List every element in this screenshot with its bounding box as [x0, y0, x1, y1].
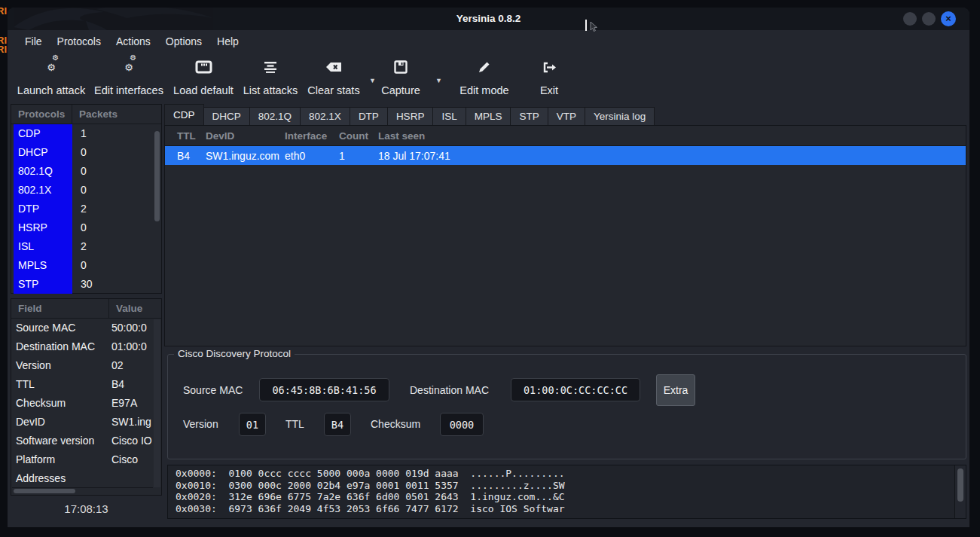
hexdump-line: 0x0020: 312e 696e 6775 7a2e 636f 6d00 05… — [176, 491, 966, 503]
cdp-form-frame: Cisco Discovery Protocol Source MAC Dest… — [167, 354, 966, 459]
launch-attack-button[interactable]: ⚙⚙ Launch attack — [14, 56, 89, 96]
tab-stp[interactable]: STP — [510, 107, 548, 125]
version-label: Version — [183, 413, 218, 435]
list-attacks-button[interactable]: List attacks — [238, 56, 303, 96]
menu-protocols[interactable]: Protocols — [57, 35, 101, 47]
protocols-packets-panel: Protocols Packets CDP 1 DHCP 0 802.1Q 0 … — [11, 104, 162, 294]
col-header-last-seen[interactable]: Last seen — [378, 130, 966, 142]
ttl-input[interactable] — [324, 413, 351, 436]
tab-cdp[interactable]: CDP — [164, 104, 204, 125]
destination-mac-label: Destination MAC — [410, 379, 489, 401]
tab-yersinia-log[interactable]: Yersinia log — [585, 107, 655, 125]
tab-isl[interactable]: ISL — [432, 107, 466, 125]
hexdump-scrollbar[interactable] — [954, 465, 966, 518]
scrollbar-thumb[interactable] — [957, 468, 963, 502]
col-header-packets[interactable]: Packets — [72, 105, 118, 124]
field-row-platform[interactable]: Platform Cisco — [11, 450, 161, 469]
field-row-checksum[interactable]: Checksum E97A — [11, 394, 161, 413]
protocols-scrollbar[interactable] — [154, 125, 160, 292]
desktop-text-fragment: RI — [0, 6, 8, 16]
load-default-button[interactable]: Load default — [167, 56, 240, 96]
protocol-row-8021x[interactable]: 802.1X 0 — [11, 181, 161, 200]
col-header-protocols[interactable]: Protocols — [11, 105, 72, 124]
col-header-devid[interactable]: DevID — [206, 130, 285, 142]
protocols-table-header[interactable]: Protocols Packets — [11, 105, 161, 124]
ttl-label: TTL — [285, 413, 304, 435]
clear-stats-dropdown-arrow[interactable]: ▼ — [369, 77, 376, 84]
field-row-addresses[interactable]: Addresses — [11, 469, 161, 488]
field-row-ttl[interactable]: TTL B4 — [11, 375, 161, 394]
packet-row-selected[interactable]: B4 SW1.inguz.com eth0 1 18 Jul 17:07:41 — [165, 146, 966, 165]
tab-vtp[interactable]: VTP — [548, 107, 585, 125]
checksum-input[interactable] — [440, 413, 484, 436]
protocol-row-stp[interactable]: STP 30 — [11, 275, 161, 294]
menubar: File Protocols Actions Options Help — [8, 30, 969, 53]
menu-actions[interactable]: Actions — [116, 35, 151, 47]
protocol-row-cdp[interactable]: CDP 1 — [11, 124, 161, 143]
clear-backspace-icon — [326, 59, 342, 75]
fields-h-scrollbar[interactable] — [12, 487, 153, 494]
col-header-count[interactable]: Count — [339, 130, 378, 142]
field-row-software-version[interactable]: Software version Cisco IO — [11, 432, 161, 450]
col-header-value[interactable]: Value — [109, 299, 142, 318]
minimize-button[interactable] — [903, 12, 917, 26]
version-input[interactable] — [239, 413, 266, 436]
network-port-icon — [195, 59, 212, 75]
fields-table-header[interactable]: Field Value — [11, 299, 161, 319]
capture-button[interactable]: Capture — [380, 56, 422, 96]
list-icon — [264, 59, 277, 75]
protocol-row-8021q[interactable]: 802.1Q 0 — [11, 162, 161, 181]
field-row-version[interactable]: Version 02 — [11, 356, 161, 375]
protocol-row-hsrp[interactable]: HSRP 0 — [11, 218, 161, 237]
capture-dropdown-arrow[interactable]: ▼ — [435, 77, 442, 84]
menu-help[interactable]: Help — [217, 35, 239, 47]
hexdump-text: 0x0000: 0100 0ccc cccc 5000 000a 0000 01… — [168, 465, 966, 514]
menu-file[interactable]: File — [25, 35, 42, 47]
hexdump-line: 0x0030: 6973 636f 2049 4f53 2053 6f66 74… — [176, 503, 966, 515]
protocol-row-mpls[interactable]: MPLS 0 — [11, 256, 161, 275]
field-row-devid[interactable]: DevID SW1.ing — [11, 413, 161, 432]
edit-mode-button[interactable]: Edit mode — [455, 56, 514, 96]
field-row-destination-mac[interactable]: Destination MAC 01:00:0 — [11, 337, 161, 356]
hexdump-panel[interactable]: 0x0000: 0100 0ccc cccc 5000 000a 0000 01… — [167, 465, 966, 519]
tab-8021q[interactable]: 802.1Q — [249, 107, 301, 125]
tab-mpls[interactable]: MPLS — [466, 107, 511, 125]
gears-icon: ⚙⚙ — [47, 59, 56, 75]
window-title: Yersinia 0.8.2 — [8, 8, 969, 30]
edit-interfaces-button[interactable]: ⚙⚙ Edit interfaces — [91, 56, 166, 96]
tab-hsrp[interactable]: HSRP — [387, 107, 434, 125]
pencil-icon — [478, 59, 491, 75]
scrollbar-thumb[interactable] — [14, 489, 75, 493]
exit-icon — [542, 59, 557, 75]
destination-mac-input[interactable] — [511, 378, 640, 401]
fields-v-scrollbar[interactable] — [154, 319, 160, 487]
extra-button[interactable]: Extra — [656, 374, 695, 406]
maximize-button[interactable] — [922, 12, 936, 26]
clear-stats-button[interactable]: Clear stats — [303, 56, 365, 96]
close-button[interactable]: × — [941, 11, 956, 26]
field-row-source-mac[interactable]: Source MAC 50:00:0 — [11, 319, 161, 337]
text-cursor — [585, 20, 587, 31]
toolbar: ⚙⚙ Launch attack ⚙⚙ Edit interfaces Load… — [8, 53, 969, 99]
source-mac-input[interactable] — [259, 378, 389, 401]
source-mac-label: Source MAC — [183, 379, 243, 401]
hexdump-line: 0x0010: 0300 000c 2000 02b4 e97a 0001 00… — [176, 480, 966, 492]
col-header-ttl[interactable]: TTL — [177, 130, 206, 142]
exit-button[interactable]: Exit — [530, 56, 568, 96]
tab-8021x[interactable]: 802.1X — [300, 107, 350, 125]
menu-options[interactable]: Options — [166, 35, 202, 47]
protocol-row-dhcp[interactable]: DHCP 0 — [11, 143, 161, 162]
status-clock: 17:08:13 — [11, 497, 162, 521]
tab-dhcp[interactable]: DHCP — [203, 107, 250, 125]
scrollbar-thumb[interactable] — [154, 131, 160, 221]
mouse-pointer — [590, 22, 598, 32]
col-header-field[interactable]: Field — [11, 299, 109, 318]
protocol-row-dtp[interactable]: DTP 2 — [11, 200, 161, 218]
tab-dtp[interactable]: DTP — [350, 107, 388, 125]
titlebar[interactable]: Yersinia 0.8.2 × — [8, 8, 969, 30]
packets-table-header[interactable]: TTL DevID Interface Count Last seen — [165, 126, 966, 146]
col-header-interface[interactable]: Interface — [285, 130, 339, 142]
field-value-panel: Field Value Source MAC 50:00:0 Destinati… — [11, 298, 162, 496]
protocol-row-isl[interactable]: ISL 2 — [11, 237, 161, 256]
gears-icon: ⚙⚙ — [124, 59, 133, 75]
